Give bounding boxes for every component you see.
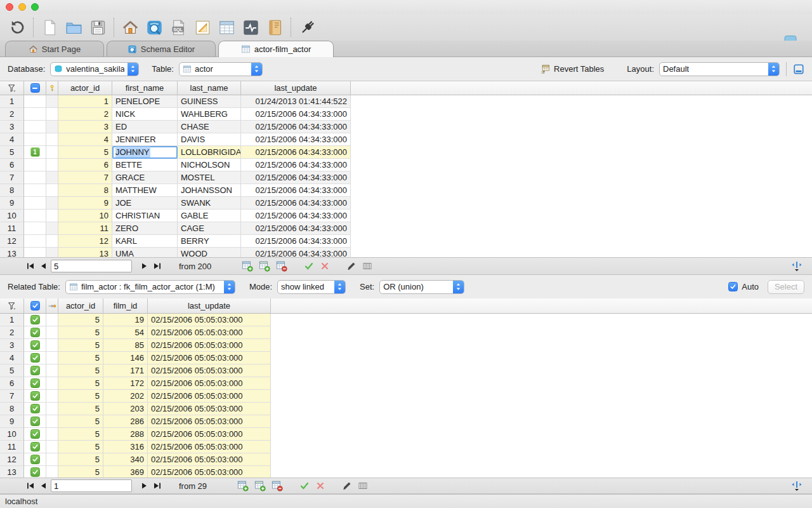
row-number[interactable]: 13 [0,466,24,478]
column-header-last-update[interactable]: last_update [148,298,271,314]
edit-record-icon[interactable] [342,481,352,491]
delete-record-icon[interactable] [276,260,287,272]
cell-actor-id[interactable]: 1 [58,95,112,108]
cell-last-update[interactable]: 02/15/2006 05:05:03:000 [148,390,271,403]
row-link-indicator-cell[interactable] [24,197,46,210]
inline-cell-editor[interactable]: JOHNNY [112,146,178,159]
cell-last-update[interactable]: 02/15/2006 05:05:03:000 [148,314,271,326]
cell-last-update[interactable]: 02/15/2006 04:34:33:000 [241,235,351,248]
select-all-checkbox[interactable] [24,298,46,314]
cell-last-update[interactable]: 02/15/2006 04:34:33:000 [241,248,351,257]
cell-film-id[interactable]: 288 [103,428,148,441]
first-record-button[interactable] [25,261,36,271]
column-header-last-name[interactable]: last_name [178,81,241,95]
cell-first-name[interactable]: BETTE [112,159,178,171]
cancel-changes-icon[interactable] [315,481,325,491]
row-number[interactable]: 6 [0,159,24,171]
cell-last-name[interactable]: GUINESS [178,95,241,108]
cell-actor-id[interactable]: 5 [58,390,103,403]
diagram-toolbar-button[interactable] [190,17,214,38]
splitter-handle-icon[interactable] [790,260,803,272]
close-window-button[interactable] [6,3,13,11]
splitter-handle-icon[interactable] [790,479,803,492]
cell-actor-id[interactable]: 5 [58,415,103,428]
cell-film-id[interactable]: 203 [103,403,148,415]
cell-film-id[interactable]: 369 [103,466,148,478]
cell-last-name[interactable]: WAHLBERG [178,108,241,121]
delete-record-icon[interactable] [272,480,283,491]
clone-record-icon[interactable] [254,480,266,491]
select-button[interactable]: Select [768,280,804,294]
connector-toolbar-button[interactable] [295,17,319,38]
cell-actor-id[interactable]: 5 [58,314,103,326]
cell-actor-id[interactable]: 4 [58,133,112,146]
row-link-indicator-cell[interactable] [24,159,46,171]
cell-first-name[interactable]: GRACE [112,171,178,184]
cell-first-name[interactable]: ED [112,121,178,133]
table-select[interactable]: actor [179,62,263,76]
column-header-first-name[interactable]: first_name [112,81,178,95]
minimize-window-button[interactable] [18,3,26,11]
cell-actor-id[interactable]: 7 [58,171,112,184]
row-number[interactable]: 5 [0,146,24,159]
database-select[interactable]: valentina_sakila [50,62,139,76]
book-toolbar-button[interactable] [263,17,287,38]
cell-first-name[interactable]: NICK [112,108,178,121]
row-number[interactable]: 11 [0,222,24,235]
last-record-button[interactable] [152,481,162,491]
row-link-indicator-cell[interactable] [24,210,46,222]
row-number[interactable]: 4 [0,133,24,146]
cell-film-id[interactable]: 316 [103,441,148,453]
accept-changes-icon[interactable] [299,481,310,491]
revert-tables-button[interactable]: Revert Tables [540,64,604,74]
row-checkbox-checked[interactable] [30,378,40,388]
row-number[interactable]: 12 [0,453,24,466]
cell-film-id[interactable]: 54 [103,326,148,339]
cell-actor-id[interactable]: 2 [58,108,112,121]
row-number[interactable]: 2 [0,108,24,121]
cell-actor-id[interactable]: 5 [58,466,103,478]
master-record-number-input[interactable] [51,260,132,272]
row-link-indicator-cell[interactable] [24,184,46,197]
row-checkbox-cell[interactable] [24,326,46,339]
tab-actor-film-actor[interactable]: actor-film_actor [218,41,334,57]
filter-header-button[interactable] [0,298,24,314]
row-checkbox-checked[interactable] [30,429,40,439]
row-link-indicator-cell[interactable] [24,121,46,133]
cell-last-update[interactable]: 02/15/2006 04:34:33:000 [241,146,351,159]
row-number[interactable]: 13 [0,248,24,257]
row-link-indicator-cell[interactable] [24,235,46,248]
row-checkbox-checked[interactable] [30,391,40,401]
row-checkbox-checked[interactable] [30,340,40,350]
row-checkbox-cell[interactable] [24,352,46,364]
cell-film-id[interactable]: 19 [103,314,148,326]
row-checkbox-checked[interactable] [30,467,40,477]
clone-record-icon[interactable] [259,260,270,272]
cell-actor-id[interactable]: 5 [58,403,103,415]
select-all-checkbox[interactable] [24,81,46,95]
cell-first-name[interactable]: JENNIFER [112,133,178,146]
cell-last-name[interactable]: JOHANSSON [178,184,241,197]
row-number[interactable]: 9 [0,197,24,210]
cell-film-id[interactable]: 146 [103,352,148,364]
cell-last-name[interactable]: BERRY [178,235,241,248]
row-number[interactable]: 9 [0,415,24,428]
cell-first-name[interactable]: MATTHEW [112,184,178,197]
view-columns-icon[interactable] [358,481,368,491]
cancel-changes-icon[interactable] [320,261,330,271]
cell-last-update[interactable]: 02/15/2006 05:05:03:000 [148,352,271,364]
row-number[interactable]: 3 [0,121,24,133]
row-number[interactable]: 4 [0,352,24,364]
row-link-indicator-cell[interactable] [24,133,46,146]
table-grid-toolbar-button[interactable] [214,17,239,38]
row-number[interactable]: 8 [0,184,24,197]
layout-select[interactable]: Default [659,62,780,76]
cell-actor-id[interactable]: 5 [58,377,103,390]
row-checkbox-checked[interactable] [30,328,40,337]
monitor-toolbar-button[interactable] [239,17,263,38]
row-number[interactable]: 11 [0,441,24,453]
cell-last-name[interactable]: LOLLOBRIGIDA [178,146,241,159]
row-checkbox-cell[interactable] [24,453,46,466]
cell-last-name[interactable]: SWANK [178,197,241,210]
zoom-window-button[interactable] [31,3,39,11]
